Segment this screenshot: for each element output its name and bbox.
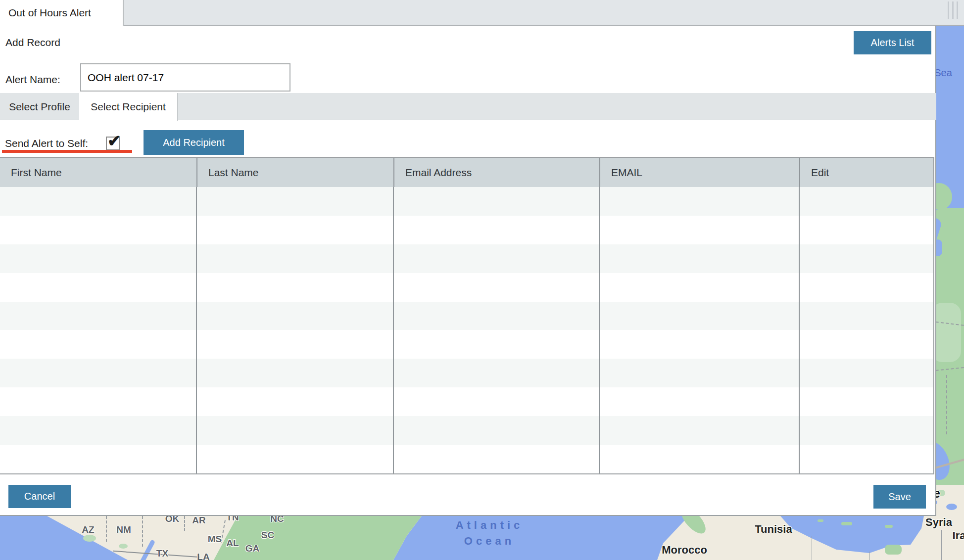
map-label-ira: Ira — [953, 529, 964, 542]
tab-select-recipient[interactable]: Select Recipient — [79, 93, 178, 121]
table-row[interactable] — [0, 359, 933, 387]
map-label-al: AL — [226, 538, 239, 549]
map-country-border — [941, 530, 942, 560]
map-label-ga: GA — [245, 543, 260, 554]
map-border — [946, 375, 947, 434]
alert-name-input[interactable] — [80, 63, 290, 92]
map-label-ms: MS — [208, 534, 222, 545]
map-nile-delta-green — [885, 545, 902, 555]
table-row[interactable] — [0, 187, 933, 216]
column-header[interactable]: Email Address — [393, 158, 599, 187]
map-terrain-patch — [119, 544, 128, 549]
table-row[interactable] — [0, 445, 933, 473]
map-label-ar: AR — [192, 515, 205, 526]
scrollbar-grip[interactable] — [957, 1, 958, 19]
send-alert-to-self-checkbox[interactable]: ✔ — [106, 137, 120, 150]
column-divider — [799, 187, 800, 473]
table-row[interactable] — [0, 330, 933, 359]
map-island-crete — [841, 522, 852, 525]
profile-recipient-tabbar: Select Profile Select Recipient — [0, 93, 936, 120]
tab-select-profile[interactable]: Select Profile — [0, 93, 79, 120]
column-header[interactable]: EMAIL — [599, 158, 799, 187]
map-state-border — [106, 516, 107, 542]
table-row[interactable] — [0, 416, 933, 445]
map-label-nm: NM — [116, 524, 131, 535]
map-label-morocco: Morocco — [662, 544, 707, 557]
recipients-table-header: First NameLast NameEmail AddressEMAILEdi… — [0, 158, 933, 187]
recipients-table: First NameLast NameEmail AddressEMAILEdi… — [0, 157, 934, 474]
alerts-list-button[interactable]: Alerts List — [854, 31, 931, 54]
cancel-button[interactable]: Cancel — [8, 485, 71, 508]
map-label-atlantic: Atlantic — [456, 519, 524, 532]
table-row[interactable] — [0, 273, 933, 302]
column-divider — [393, 187, 394, 473]
column-header[interactable]: First Name — [0, 158, 196, 187]
map-label-tunisia: Tunisia — [755, 523, 792, 536]
map-label-sea: Sea — [934, 67, 952, 79]
screen: SeaeAtlanticOceanAZNMTXOKARTNNCMSALGASCL… — [0, 0, 964, 560]
column-header[interactable]: Last Name — [196, 158, 393, 187]
column-divider — [196, 187, 197, 473]
checkmark-icon: ✔ — [107, 133, 121, 149]
red-annotation-underline — [2, 150, 132, 153]
column-header[interactable]: Edit — [799, 158, 933, 187]
map-state-border — [142, 516, 143, 547]
add-recipient-button[interactable]: Add Recipient — [144, 130, 244, 155]
table-row[interactable] — [0, 216, 933, 244]
map-country-border — [812, 536, 812, 560]
scrollbar-grip[interactable] — [948, 1, 949, 19]
map-label-ocean: Ocean — [464, 535, 515, 548]
map-lake — [946, 504, 957, 510]
map-island — [818, 519, 823, 522]
map-label-tx: TX — [156, 548, 168, 559]
save-button[interactable]: Save — [873, 485, 926, 509]
tab-out-of-hours-alert[interactable]: Out of Hours Alert — [0, 0, 124, 26]
table-row[interactable] — [0, 302, 933, 330]
map-island-cyprus — [885, 525, 893, 528]
alert-name-label: Alert Name: — [5, 74, 60, 86]
map-label-sc: SC — [261, 530, 274, 541]
page-title: Add Record — [5, 37, 60, 48]
column-divider — [599, 187, 600, 473]
scrollbar-grip[interactable] — [952, 1, 954, 19]
add-record-panel: Add Record Alerts List Alert Name: Selec… — [0, 26, 936, 516]
table-row[interactable] — [0, 244, 933, 273]
table-row[interactable] — [0, 387, 933, 416]
map-state-border — [184, 516, 185, 531]
map-label-la: LA — [197, 552, 209, 560]
map-country-border — [869, 552, 870, 560]
map-label-az: AZ — [82, 524, 94, 535]
recipients-table-body — [0, 187, 933, 473]
map-terrain-patch — [83, 535, 96, 542]
send-alert-to-self-label: Send Alert to Self: — [5, 138, 88, 149]
top-tab-strip: Out of Hours Alert — [0, 0, 964, 26]
map-label-syria: Syria — [925, 516, 952, 529]
